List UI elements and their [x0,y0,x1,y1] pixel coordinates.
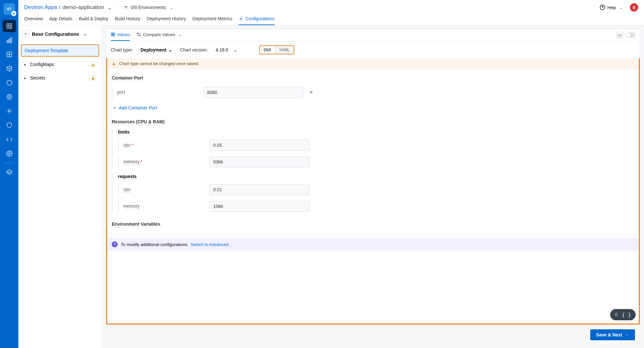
requests-title: requests [118,174,137,180]
info-text: To modify additional configurations [121,242,187,247]
svg-marker-15 [6,170,12,173]
sidebar-item-label: Deployment Template [25,48,68,53]
back-base-configurations[interactable]: ‹ Base Configurations ⌄ [21,29,89,39]
svg-point-11 [7,95,12,99]
chart-row: Chart type: Deployment ⌄ Chart version: … [106,42,640,58]
avatar[interactable]: S [630,3,638,12]
seg-gui-button[interactable]: GUI [260,46,275,54]
svg-point-12 [8,96,10,98]
close-icon[interactable]: ✕ [309,89,313,95]
svg-rect-0 [7,24,9,26]
switch-to-advanced-link[interactable]: Switch to Advanced [191,242,229,247]
env-vars-group: Environment Variables [112,221,634,232]
braces-icon: { } [622,312,631,318]
subtab-compare[interactable]: Compare Values ⌄ [137,32,182,41]
add-container-port-button[interactable]: ＋ Add Container Port [112,102,634,111]
drag-handle-icon: ⠿ [615,312,619,317]
nav-code-icon[interactable] [3,133,16,146]
breadcrumb-app: demo-application [62,4,104,11]
subtab-values[interactable]: Values [111,32,130,41]
tab-deployment-history[interactable]: Deployment History [147,16,186,25]
sidebar-item-label: ConfigMaps [30,62,54,67]
chevron-down-icon: ⌄ [619,5,623,10]
svg-rect-3 [10,27,12,29]
container-port-group: Container Port port ✕ ＋ Add Container Po… [112,75,634,111]
var-icon[interactable]: ⟨x⟩ [616,32,623,39]
svg-rect-4 [7,41,8,43]
limits-group: limits cpu* memory* [112,129,634,169]
warning-text: Chart type cannot be changed once saved. [119,61,199,66]
caret-right-icon: ▸ [24,75,27,80]
tab-deployment-metrics[interactable]: Deployment Metrics [193,16,232,25]
requests-memory-input[interactable] [210,201,309,212]
chevron-down-icon: ⌄ [233,47,237,52]
requests-cpu-input[interactable] [210,184,309,195]
port-label: port [117,89,125,95]
gui-yaml-toggle: GUI YAML [259,45,295,54]
lock-icon: 🔒 [90,75,96,81]
chart-type-label: Chart type: [111,47,133,52]
sidebar-item-configmaps[interactable]: ▸ ConfigMaps 🔒 [21,59,99,70]
chart-type-value: Deployment [140,47,166,52]
requests-cpu-label: cpu [123,187,131,193]
nav-gear-icon[interactable] [3,147,16,160]
floating-action-button[interactable]: ⠿ { } [610,309,636,320]
caret-right-icon: ▸ [24,62,27,67]
brand-logo[interactable]: ST⟳ [4,3,15,15]
nav-box-icon[interactable] [3,77,16,89]
tab-build-history[interactable]: Build History [115,16,140,25]
values-subtabs: Values Compare Values ⌄ ⟨x⟩ [106,29,640,42]
lock-icon: 🔒 [90,61,96,67]
nav-settings-icon[interactable] [3,105,16,117]
limits-memory-label: memory [123,159,140,165]
svg-point-14 [8,153,10,155]
back-label: Base Configurations [32,31,79,37]
environments-selector[interactable]: 0/0 Environments ⌄ [124,5,174,10]
app-tabs: Overview App Details Build & Deploy Buil… [18,12,644,25]
warning-icon: ▲ [112,61,116,66]
breadcrumb-root[interactable]: Devtron Apps [24,4,57,11]
svg-rect-2 [7,27,9,29]
requests-memory-label: memory [123,203,140,209]
chevron-down-icon: ⌄ [170,5,174,10]
seg-yaml-button[interactable]: YAML [275,46,294,54]
info-icon: ? [112,241,118,247]
sidebar-item-label: Secrets [30,75,45,80]
tab-overview[interactable]: Overview [24,16,43,25]
chart-type-selector[interactable]: Deployment ⌄ [140,47,172,52]
app-header: Devtron Apps / demo-application ⌄ 0/0 En… [18,0,644,12]
tab-build-deploy[interactable]: Build & Deploy [79,16,109,25]
limits-cpu-input[interactable] [210,140,309,151]
footer: Save & Next → [106,325,640,345]
save-next-label: Save & Next [596,332,622,337]
arrow-right-icon: → [625,332,629,337]
chevron-down-icon: ⌄ [178,32,182,37]
sidebar-item-deployment-template[interactable]: Deployment Template [21,44,99,57]
chart-version-selector[interactable]: 4.19.0 ⌄ [216,47,237,52]
toggle-switch[interactable] [626,33,635,38]
subtab-values-label: Values [117,32,130,37]
limits-memory-input[interactable] [210,156,309,167]
config-sidebar: ‹ Base Configurations ⌄ Deployment Templ… [18,25,102,348]
nav-target-icon[interactable] [3,91,16,103]
nav-charts-icon[interactable] [3,34,16,46]
tab-configurations[interactable]: Configurations [239,16,274,25]
help-button[interactable]: Help ⌄ [600,5,623,10]
svg-point-21 [241,18,242,19]
nav-grid-icon[interactable] [3,48,16,61]
tab-app-details[interactable]: App Details [49,16,72,25]
nav-cube-icon[interactable] [3,62,16,75]
sidebar-item-secrets[interactable]: ▸ Secrets 🔒 [21,72,99,84]
chart-version-label: Chart version: [180,47,208,52]
nav-layers-icon[interactable] [3,166,16,179]
nav-apps-icon[interactable] [3,20,16,32]
back-icon: ‹ [22,30,29,37]
nav-shield-icon[interactable] [3,119,16,131]
save-next-button[interactable]: Save & Next → [590,329,635,340]
env-vars-title: Environment Variables [112,221,160,227]
chevron-down-icon[interactable]: ⌄ [107,4,112,11]
plus-icon: ＋ [112,105,117,111]
svg-rect-5 [9,39,10,43]
svg-rect-1 [10,24,12,26]
port-input[interactable] [204,87,303,98]
